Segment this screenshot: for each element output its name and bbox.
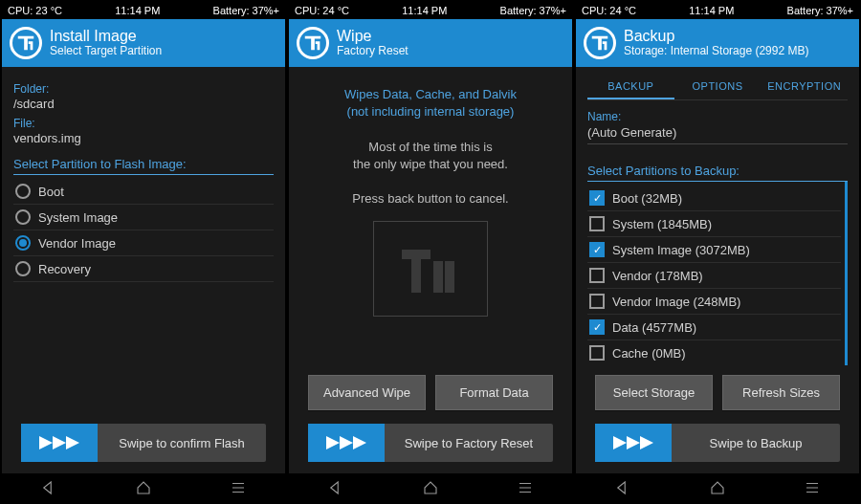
menu-icon[interactable]: [230, 479, 247, 496]
back-icon[interactable]: [327, 479, 344, 496]
swipe-label: Swipe to Backup: [672, 436, 840, 450]
page-subtitle: Factory Reset: [337, 45, 408, 58]
swipe-handle-icon[interactable]: [21, 424, 98, 462]
radio-icon: [15, 209, 31, 225]
twrp-logo-icon: [584, 27, 616, 59]
swipe-label: Swipe to confirm Flash: [98, 436, 266, 450]
status-cpu: CPU: 24 °C: [295, 5, 349, 16]
page-subtitle: Storage: Internal Storage (2992 MB): [624, 45, 808, 58]
select-storage-button[interactable]: Select Storage: [595, 375, 713, 410]
partition-label: System Image (3072MB): [612, 243, 750, 257]
checkbox-icon: ✓: [589, 190, 605, 206]
wipe-desc-line1: Wipes Data, Cache, and Dalvik: [300, 86, 561, 103]
page-title: Install Image: [50, 28, 162, 45]
partition-radio[interactable]: System Image: [13, 205, 274, 230]
wipe-desc-line2: (not including internal storage): [300, 103, 561, 121]
partition-label: Cache (0MB): [612, 346, 686, 361]
partition-check[interactable]: ✓Vendor Image (248MB): [587, 289, 841, 315]
status-battery: Battery: 37%+: [213, 5, 279, 16]
advanced-wipe-button[interactable]: Advanced Wipe: [308, 375, 426, 410]
swipe-handle-icon[interactable]: [308, 424, 385, 462]
checkbox-icon: ✓: [589, 268, 605, 283]
placeholder-graphic: [373, 221, 488, 317]
status-battery: Battery: 37%+: [500, 5, 566, 16]
folder-value: /sdcard: [13, 97, 274, 111]
wipe-msg-line2: the only wipe that you need.: [300, 156, 561, 173]
home-icon[interactable]: [709, 479, 726, 496]
status-bar: CPU: 24 °C 11:14 PM Battery: 37%+: [576, 2, 859, 19]
partition-check-list[interactable]: ✓Boot (32MB)✓System (1845MB)✓System Imag…: [587, 182, 848, 365]
file-value: vendors.img: [13, 131, 274, 145]
checkbox-icon: ✓: [589, 242, 605, 257]
status-time: 11:14 PM: [115, 5, 160, 16]
checkbox-icon: ✓: [589, 294, 605, 309]
menu-icon[interactable]: [804, 479, 821, 496]
radio-icon: [15, 261, 31, 276]
refresh-sizes-button[interactable]: Refresh Sizes: [722, 375, 840, 410]
wipe-msg-line3: Press back button to cancel.: [300, 190, 561, 208]
checkbox-icon: ✓: [589, 345, 605, 361]
partition-check[interactable]: ✓System (1845MB): [587, 211, 841, 237]
name-label: Name:: [587, 110, 848, 123]
partition-check[interactable]: ✓Cache (0MB): [587, 340, 841, 365]
page-title: Backup: [624, 28, 808, 45]
partition-label: Vendor Image (248MB): [612, 295, 740, 309]
status-bar: CPU: 24 °C 11:14 PM Battery: 37%+: [289, 2, 572, 19]
partition-label: Boot: [38, 185, 64, 199]
back-icon[interactable]: [614, 479, 631, 496]
screen-backup: CPU: 24 °C 11:14 PM Battery: 37%+ Backup…: [576, 2, 859, 502]
checkbox-icon: ✓: [589, 216, 605, 231]
partition-section-title: Select Partition to Flash Image:: [13, 157, 274, 175]
home-icon[interactable]: [422, 479, 439, 496]
status-time: 11:14 PM: [689, 5, 734, 16]
format-data-button[interactable]: Format Data: [435, 375, 553, 410]
status-time: 11:14 PM: [402, 5, 447, 16]
partition-label: System Image: [38, 210, 118, 225]
folder-label: Folder:: [13, 82, 274, 96]
tab-options[interactable]: OPTIONS: [674, 75, 762, 99]
partition-label: Vendor Image: [38, 236, 116, 251]
partition-radio[interactable]: Boot: [13, 179, 274, 205]
wipe-msg-line1: Most of the time this is: [300, 139, 561, 156]
twrp-logo-icon: [10, 27, 42, 59]
nav-bar: [576, 473, 859, 502]
partition-label: System (1845MB): [612, 217, 712, 231]
header: Install Image Select Target Partition: [2, 19, 285, 67]
menu-icon[interactable]: [517, 479, 534, 496]
partition-check[interactable]: ✓Vendor (178MB): [587, 263, 841, 289]
header: Wipe Factory Reset: [289, 19, 572, 67]
radio-icon: [15, 184, 31, 199]
partition-label: Data (4577MB): [612, 320, 696, 335]
radio-icon: [15, 235, 31, 251]
swipe-factory-reset[interactable]: Swipe to Factory Reset: [308, 424, 553, 462]
swipe-handle-icon[interactable]: [595, 424, 672, 462]
partition-label: Boot (32MB): [612, 191, 682, 206]
header: Backup Storage: Internal Storage (2992 M…: [576, 19, 859, 67]
partition-label: Vendor (178MB): [612, 269, 703, 283]
partition-check[interactable]: ✓Boot (32MB): [587, 186, 841, 211]
swipe-label: Swipe to Factory Reset: [385, 436, 553, 450]
screen-wipe: CPU: 24 °C 11:14 PM Battery: 37%+ Wipe F…: [289, 2, 572, 502]
partition-radio[interactable]: Recovery: [13, 256, 274, 282]
partition-radio[interactable]: Vendor Image: [13, 230, 274, 256]
checkbox-icon: ✓: [589, 319, 605, 335]
swipe-confirm-flash[interactable]: Swipe to confirm Flash: [21, 424, 266, 462]
partition-check[interactable]: ✓System Image (3072MB): [587, 237, 841, 263]
nav-bar: [2, 473, 285, 502]
home-icon[interactable]: [135, 479, 152, 496]
file-label: File:: [13, 117, 274, 130]
tab-encryption[interactable]: ENCRYPTION: [761, 75, 848, 99]
tab-backup[interactable]: BACKUP: [587, 75, 674, 99]
twrp-logo-icon: [297, 27, 329, 59]
backup-name-field[interactable]: (Auto Generate): [587, 123, 848, 144]
partition-label: Recovery: [38, 262, 91, 276]
page-subtitle: Select Target Partition: [50, 45, 162, 58]
partition-section-title: Select Partitions to Backup:: [587, 164, 848, 182]
status-battery: Battery: 37%+: [787, 5, 853, 16]
partition-check[interactable]: ✓Data (4577MB): [587, 315, 841, 340]
screen-install-image: CPU: 23 °C 11:14 PM Battery: 37%+ Instal…: [2, 2, 285, 502]
status-cpu: CPU: 24 °C: [582, 5, 636, 16]
swipe-backup[interactable]: Swipe to Backup: [595, 424, 840, 462]
back-icon[interactable]: [40, 479, 57, 496]
status-bar: CPU: 23 °C 11:14 PM Battery: 37%+: [2, 2, 285, 19]
